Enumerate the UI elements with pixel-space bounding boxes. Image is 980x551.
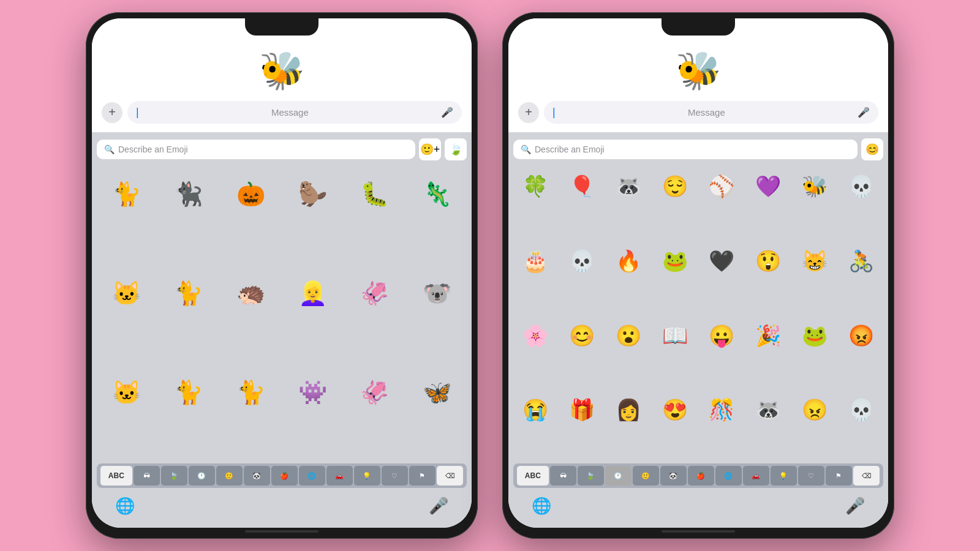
right-delete-key[interactable]: ⌫	[853, 466, 880, 485]
right-emoji-raccoon2[interactable]: 🦝	[746, 388, 790, 432]
right-emoji-relieved[interactable]: 😌	[653, 164, 697, 208]
right-emoji-frog2[interactable]: 🐸	[793, 313, 837, 358]
right-car-key[interactable]: 🚗	[743, 466, 769, 485]
right-emoji-heart-eyes[interactable]: 😍	[653, 388, 697, 432]
right-mic-icon[interactable]: 🎤	[858, 107, 870, 118]
right-emoji-skull3[interactable]: 💀	[839, 388, 883, 432]
left-panda-key[interactable]: 🐼	[244, 466, 270, 485]
emoji-brown-cat[interactable]: 🐈‍⬛	[159, 164, 218, 223]
emoji-cat4[interactable]: 🐱	[97, 363, 156, 422]
right-emoji-baseball[interactable]: ⚾	[699, 164, 744, 208]
emoji-hedgehog[interactable]: 🦔	[221, 263, 281, 323]
left-search-input[interactable]: 🔍 Describe an Emoji	[97, 140, 415, 159]
left-abc-key[interactable]: ABC	[100, 466, 132, 485]
right-emoji-tongue[interactable]: 😛	[699, 313, 744, 358]
right-emoji-mad[interactable]: 😠	[793, 388, 837, 432]
emoji-girl-icecream[interactable]: 👱‍♀️	[283, 263, 342, 323]
right-mic-fn-icon[interactable]: 🎤	[845, 497, 865, 515]
left-cursor: |	[136, 106, 139, 119]
right-emoji-fire[interactable]: 🔥	[606, 239, 650, 283]
emoji-pink-squid[interactable]: 🦑	[345, 363, 404, 422]
left-emoji-button-1[interactable]: 🙂+	[419, 138, 441, 160]
right-emoji-cyclist[interactable]: 🚴	[839, 239, 883, 283]
left-flag-key[interactable]: ⚑	[409, 466, 435, 485]
emoji-caterpillar-flower[interactable]: 🐛	[345, 164, 404, 223]
left-mic-fn-icon[interactable]: 🎤	[429, 497, 448, 515]
emoji-cat5[interactable]: 🐈	[159, 363, 218, 422]
emoji-alien[interactable]: 👾	[283, 363, 342, 422]
right-plus-button[interactable]: +	[518, 102, 539, 123]
right-abc-key[interactable]: ABC	[517, 466, 549, 485]
left-car-key[interactable]: 🚗	[326, 466, 353, 485]
left-emoji-button-2[interactable]: 🍃	[445, 138, 467, 160]
right-search-input[interactable]: 🔍 Describe an Emoji	[513, 140, 858, 159]
right-emoji-gift[interactable]: 🎁	[560, 388, 604, 432]
right-clock-key[interactable]: 🕐	[605, 466, 631, 485]
left-keyboard-bottom: ABC 🕶 🍃 🕐 🙂 🐼 🍎 🌐 🚗 💡 ♡ ⚑ ⌫	[97, 463, 467, 488]
right-bulb-key[interactable]: 💡	[771, 466, 797, 485]
left-delete-key[interactable]: ⌫	[437, 466, 463, 485]
right-apple-key[interactable]: 🍎	[688, 466, 714, 485]
right-emoji-frog[interactable]: 🐸	[653, 239, 697, 283]
left-apple-key[interactable]: 🍎	[271, 466, 298, 485]
right-message-bar: + | Message 🎤	[518, 99, 878, 126]
left-plus-button[interactable]: +	[102, 102, 123, 123]
left-globe-icon[interactable]: 🌐	[115, 497, 135, 515]
left-message-input[interactable]: | Message 🎤	[127, 101, 462, 124]
right-sunglasses-key[interactable]: 🕶	[550, 466, 576, 485]
emoji-cat2[interactable]: 🐱	[97, 263, 156, 323]
right-emoji-crying[interactable]: 😭	[513, 388, 557, 432]
right-emoji-dark-heart[interactable]: 🖤	[699, 239, 744, 283]
left-bulb-key[interactable]: 💡	[354, 466, 380, 485]
emoji-cat6[interactable]: 🐈	[221, 363, 281, 422]
right-emoji-cat-grin[interactable]: 😸	[793, 239, 837, 283]
right-emoji-girl[interactable]: 👩	[606, 388, 650, 432]
right-emoji-party[interactable]: 🎉	[746, 313, 790, 358]
right-emoji-confetti[interactable]: 🎊	[699, 388, 744, 432]
right-home-indicator	[662, 530, 735, 533]
right-flag-key[interactable]: ⚑	[826, 466, 852, 485]
right-emoji-surprised[interactable]: 😮	[606, 313, 650, 358]
right-emoji-skull1[interactable]: 💀	[839, 164, 883, 208]
emoji-lizard-guitar[interactable]: 🦎	[407, 164, 467, 223]
right-emoji-skull2[interactable]: 💀	[560, 239, 604, 283]
right-emoji-button[interactable]: 😊	[861, 138, 883, 160]
left-globe2-key[interactable]: 🌐	[299, 466, 325, 485]
emoji-koala[interactable]: 🐨	[407, 263, 467, 323]
left-clock-key[interactable]: 🕐	[189, 466, 215, 485]
left-mic-icon[interactable]: 🎤	[441, 107, 453, 118]
right-app-icon: 🐝	[676, 49, 722, 92]
emoji-squid[interactable]: 🦑	[345, 263, 404, 323]
right-phone: 🐝 + | Message 🎤 🔍 Describe an Emoji 😊	[502, 12, 894, 539]
right-phone-notch	[662, 18, 735, 36]
right-emoji-angry[interactable]: 😡	[839, 313, 883, 358]
right-globe2-key[interactable]: 🌐	[715, 466, 742, 485]
right-emoji-book[interactable]: 📖	[653, 313, 697, 358]
right-message-input[interactable]: | Message 🎤	[544, 101, 878, 124]
right-bottom-function: 🌐 🎤	[513, 492, 883, 523]
right-leaf-key[interactable]: 🍃	[578, 466, 604, 485]
right-emoji-purple-heart[interactable]: 💜	[746, 164, 790, 208]
emoji-pumpkin[interactable]: 🎃	[221, 164, 281, 223]
right-globe-icon[interactable]: 🌐	[532, 497, 551, 515]
right-heart-key[interactable]: ♡	[798, 466, 824, 485]
left-smiley-key[interactable]: 🙂	[216, 466, 243, 485]
right-emoji-raccoon[interactable]: 🦝	[606, 164, 650, 208]
right-emoji-astonished[interactable]: 😲	[746, 239, 790, 283]
emoji-beaver[interactable]: 🦫	[283, 164, 342, 223]
emoji-cat3[interactable]: 🐈	[159, 263, 218, 323]
right-emoji-balloon[interactable]: 🎈	[560, 164, 604, 208]
left-leaf-key[interactable]: 🍃	[161, 466, 187, 485]
left-bottom-function: 🌐 🎤	[97, 492, 467, 523]
right-emoji-flower[interactable]: 🌸	[513, 313, 557, 358]
emoji-sleeping-cat[interactable]: 🐈	[97, 164, 156, 223]
right-emoji-smile[interactable]: 😊	[560, 313, 604, 358]
emoji-butterfly[interactable]: 🦋	[407, 363, 467, 422]
right-smiley-key[interactable]: 🙂	[633, 466, 659, 485]
right-emoji-cake[interactable]: 🎂	[513, 239, 557, 283]
right-panda-key[interactable]: 🐼	[660, 466, 687, 485]
right-emoji-bee[interactable]: 🐝	[793, 164, 837, 208]
right-emoji-clover[interactable]: 🍀	[513, 164, 557, 208]
left-sunglasses-key[interactable]: 🕶	[134, 466, 160, 485]
left-heart-key[interactable]: ♡	[382, 466, 408, 485]
